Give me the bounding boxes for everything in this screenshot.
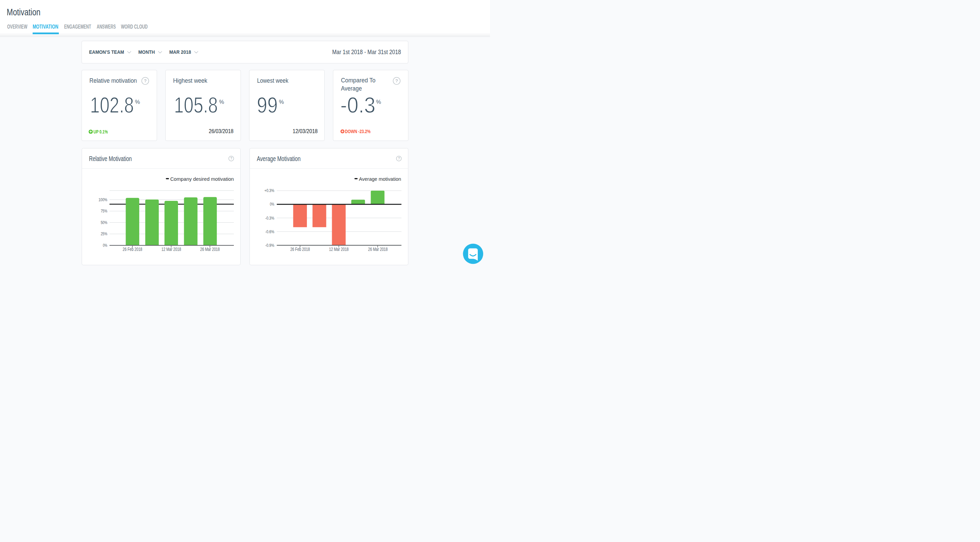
svg-text:26/03/2018: 26/03/2018 — [209, 128, 234, 134]
svg-text:105.8: 105.8 — [174, 93, 218, 118]
svg-text:0%: 0% — [103, 243, 107, 248]
svg-text:WORD CLOUD: WORD CLOUD — [121, 24, 148, 30]
svg-text:-0.3: -0.3 — [340, 93, 375, 118]
svg-text:50%: 50% — [101, 220, 107, 225]
svg-text:25%: 25% — [101, 231, 107, 236]
svg-text:Average motivation: Average motivation — [359, 176, 401, 182]
svg-text:MOTIVATION: MOTIVATION — [33, 24, 58, 30]
svg-text:OVERVIEW: OVERVIEW — [7, 24, 27, 30]
svg-text:Motivation: Motivation — [7, 7, 40, 18]
svg-text:%: % — [376, 99, 381, 105]
svg-text:?: ? — [395, 78, 398, 83]
svg-text:75%: 75% — [101, 209, 107, 214]
svg-text:MONTH: MONTH — [138, 49, 155, 55]
svg-text:12/03/2018: 12/03/2018 — [293, 128, 318, 134]
svg-text:?: ? — [144, 78, 146, 83]
svg-text:ANSWERS: ANSWERS — [97, 24, 116, 30]
svg-text:Lowest week: Lowest week — [257, 77, 288, 84]
svg-text:0%: 0% — [270, 202, 274, 207]
svg-text:Compared To: Compared To — [341, 77, 375, 84]
svg-text:26 Mar 2018: 26 Mar 2018 — [200, 246, 220, 252]
svg-text:Average Motivation: Average Motivation — [257, 155, 301, 163]
svg-text:%: % — [135, 99, 140, 105]
svg-text:100%: 100% — [98, 198, 107, 202]
svg-text:12 Mar 2018: 12 Mar 2018 — [329, 246, 349, 252]
svg-text:-0.6%: -0.6% — [266, 230, 275, 234]
svg-text:Highest week: Highest week — [173, 77, 208, 84]
svg-text:Company desired motivation: Company desired motivation — [170, 176, 234, 182]
svg-text:26 Mar 2018: 26 Mar 2018 — [368, 246, 388, 252]
svg-text:Relative motivation: Relative motivation — [89, 77, 137, 84]
svg-text:?: ? — [398, 156, 400, 160]
svg-text:99: 99 — [257, 93, 278, 118]
svg-text:EAMON'S TEAM: EAMON'S TEAM — [89, 49, 124, 55]
svg-text:UP 0.1%: UP 0.1% — [94, 129, 108, 134]
svg-text:+0.3%: +0.3% — [264, 188, 274, 193]
svg-text:-0.3%: -0.3% — [266, 216, 275, 221]
svg-text:DOWN -23.2%: DOWN -23.2% — [345, 129, 371, 134]
svg-text:12 Mar 2018: 12 Mar 2018 — [162, 246, 181, 252]
svg-text:Relative Motivation: Relative Motivation — [89, 155, 132, 163]
svg-text:?: ? — [231, 156, 232, 160]
svg-text:MAR 2018: MAR 2018 — [169, 49, 191, 55]
svg-text:%: % — [219, 99, 224, 105]
svg-text:26 Feb 2018: 26 Feb 2018 — [123, 246, 143, 252]
svg-text:%: % — [279, 99, 284, 105]
svg-text:26 Feb 2018: 26 Feb 2018 — [290, 246, 310, 252]
svg-text:-0.9%: -0.9% — [266, 243, 275, 248]
svg-text:Average: Average — [341, 85, 362, 92]
svg-text:Mar 1st 2018 - Mar 31st 2018: Mar 1st 2018 - Mar 31st 2018 — [332, 49, 401, 56]
svg-text:102.8: 102.8 — [90, 93, 134, 118]
svg-text:ENGAGEMENT: ENGAGEMENT — [64, 24, 91, 30]
